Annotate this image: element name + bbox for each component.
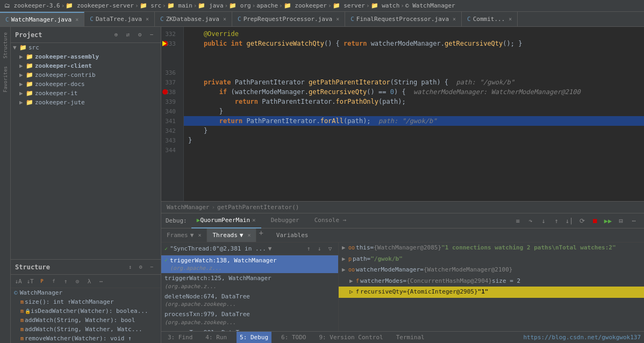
frames-down-icon[interactable]: ↓ bbox=[314, 244, 324, 254]
frames-close-icon[interactable]: × bbox=[198, 232, 201, 238]
status-tab-find[interactable]: 3: Find bbox=[164, 332, 196, 344]
frame-item-1[interactable]: triggerWatch:125, WatchManager (org.apac… bbox=[161, 273, 338, 291]
frame-item-3[interactable]: processTxn:979, DataTree (org.apache.zoo… bbox=[161, 309, 338, 327]
debug-settings-icon[interactable]: ≡ bbox=[512, 215, 524, 227]
line-num-337: 337 bbox=[161, 77, 179, 87]
tree-item-it[interactable]: ▶ 📁 zookeeper-it bbox=[11, 89, 161, 98]
structure-close-icon[interactable]: − bbox=[147, 262, 156, 272]
structure-gear-icon[interactable]: ⚙ bbox=[136, 262, 146, 272]
tree-item-docs[interactable]: ▶ 📁 zookeeper-docs bbox=[11, 80, 161, 89]
var-item-recursiveqty[interactable]: ▷ f recursiveQty = {AtomicInteger@2905} … bbox=[339, 287, 644, 298]
tree-item-assembly[interactable]: ▶ 📁 zookeeper-assembly bbox=[11, 52, 161, 61]
debug-more-icon[interactable]: ⋯ bbox=[628, 215, 640, 227]
add-debug-pane-button[interactable]: + bbox=[259, 228, 263, 242]
tab-close-icon[interactable]: × bbox=[453, 16, 456, 22]
tab-finalrequest[interactable]: C FinalRequestProcessor.java × bbox=[345, 12, 462, 26]
tree-item-jute[interactable]: ▶ 📁 zookeeper-jute bbox=[11, 98, 161, 107]
tree-item-client[interactable]: ▶ 📁 zookeeper-client bbox=[11, 61, 161, 70]
filter-public-icon[interactable]: P bbox=[37, 276, 47, 287]
var-type: {AtomicInteger@2905} bbox=[406, 288, 477, 297]
frame-item-4[interactable]: processTxn:901, DataTree (org.apache.zoo… bbox=[161, 327, 338, 331]
var-item-watchermanager[interactable]: ▶ oo watcherModeManager = {WatcherModeMa… bbox=[339, 265, 644, 276]
status-tab-todo[interactable]: 6: TODO bbox=[278, 332, 309, 344]
tab-close-icon[interactable]: × bbox=[223, 16, 226, 22]
structure-sort-icon[interactable]: ↕ bbox=[125, 262, 135, 272]
filter-fields-icon[interactable]: f bbox=[48, 276, 59, 287]
var-item-this[interactable]: ▶ oo this = {WatchManager@2085} "1 conne… bbox=[339, 242, 644, 254]
debug-tab-console[interactable]: Console → bbox=[309, 213, 352, 228]
tab-close-icon[interactable]: × bbox=[509, 16, 512, 22]
frames-subtab[interactable]: Frames ▼ × bbox=[161, 228, 207, 242]
frame-item-2[interactable]: deleteNode:674, DataTree (org.apache.zoo… bbox=[161, 291, 338, 309]
frame-item-0[interactable]: ✓ triggerWatch:138, WatchManager (org.ap… bbox=[161, 255, 338, 273]
debug-resume-icon[interactable]: ▶▶ bbox=[602, 215, 614, 227]
run-icon: ▶ bbox=[197, 217, 201, 224]
thread-dropdown-icon[interactable]: ▼ bbox=[268, 245, 272, 252]
var-expand-icon[interactable]: ▶ bbox=[342, 266, 348, 275]
status-tab-label: 6: TODO bbox=[281, 334, 306, 341]
thread-selector-header: ✓ "SyncThread:0"@2,381 in ... ▼ ↑ ↓ ▽ bbox=[161, 242, 338, 255]
struct-item-removewatcher[interactable]: m removeWatcher(Watcher): void ↑ bbox=[11, 334, 161, 343]
thread-selector-label[interactable]: "SyncThread:0"@2,381 in ... bbox=[170, 245, 266, 252]
sort-alpha-icon[interactable]: ↓A bbox=[13, 276, 24, 287]
debug-step-out-icon[interactable]: ↑ bbox=[550, 215, 562, 227]
sort-type-icon[interactable]: ↓T bbox=[25, 276, 35, 287]
debug-step-into-icon[interactable]: ↓ bbox=[538, 215, 549, 227]
debug-tab-debugger[interactable]: Debugger bbox=[266, 213, 305, 228]
threads-dropdown-icon: ▼ bbox=[240, 232, 244, 239]
threads-subtab[interactable]: Threads ▼ × bbox=[207, 228, 256, 242]
structure-panel: Structure ↕ ⚙ − ↓A ↓T P f ↑ ⊙ λ ⋯ © bbox=[11, 259, 161, 343]
struct-item-size[interactable]: m size(): int ↑WatchManager bbox=[11, 297, 161, 306]
var-expand-icon[interactable]: ▶ bbox=[342, 255, 348, 264]
sidebar-gear-icon[interactable]: ⚙ bbox=[135, 30, 145, 40]
status-tab-terminal[interactable]: Terminal bbox=[393, 332, 428, 344]
var-expand-icon[interactable]: ▶ bbox=[342, 244, 348, 253]
sidebar-close-icon[interactable]: − bbox=[147, 30, 156, 40]
filter-anon-icon[interactable]: ⊙ bbox=[72, 276, 83, 287]
var-item-watchermodes[interactable]: ▶ f watcherModes = {ConcurrentHashMap@29… bbox=[339, 276, 644, 287]
struct-item-isdead[interactable]: m 🔒 isDeadWatcher(Watcher): boolea... bbox=[11, 306, 161, 316]
code-editor[interactable]: 332 333 336 337 338 339 340 341 342 3 bbox=[161, 27, 644, 201]
filter-more-icon[interactable]: ⋯ bbox=[96, 276, 106, 287]
folder-icon: 📁 bbox=[26, 72, 33, 78]
tab-close-icon[interactable]: × bbox=[336, 16, 339, 22]
debug-step-over-icon[interactable]: ↷ bbox=[525, 215, 536, 227]
tab-datatree[interactable]: C DataTree.java × bbox=[84, 12, 155, 26]
sidebar-sync-icon[interactable]: ⇄ bbox=[123, 30, 133, 40]
tab-preprequest[interactable]: C PrepRequestProcessor.java × bbox=[232, 12, 345, 26]
struct-item-addwatch2[interactable]: m addWatch(String, Watcher, Watc... bbox=[11, 325, 161, 334]
threads-close-icon[interactable]: × bbox=[247, 232, 251, 238]
frames-up-icon[interactable]: ↑ bbox=[304, 244, 313, 254]
status-tab-run[interactable]: 4: Run bbox=[202, 332, 230, 344]
tree-item-contrib[interactable]: ▶ 📁 zookeeper-contrib bbox=[11, 70, 161, 80]
filter-lambda-icon[interactable]: λ bbox=[84, 276, 95, 287]
debug-panel: Debug: ▶ QuorumPeerMain × Debugger Conso… bbox=[161, 213, 644, 331]
tab-close-icon[interactable]: × bbox=[75, 17, 78, 23]
tab-close-icon[interactable]: × bbox=[146, 16, 149, 22]
debug-session-tab[interactable]: ▶ QuorumPeerMain × bbox=[191, 213, 261, 228]
left-vertical-tabs: Structure Favorites bbox=[0, 27, 11, 343]
debug-layout-icon[interactable]: ⊟ bbox=[615, 215, 627, 227]
tab-zkdatabase[interactable]: C ZKDatabase.java × bbox=[155, 12, 232, 26]
filter-inherited-icon[interactable]: ↑ bbox=[60, 276, 71, 287]
struct-item-label: size(): int ↑WatchManager bbox=[25, 298, 114, 305]
tab-commit[interactable]: C Commit... × bbox=[462, 12, 518, 26]
tab-watchmanager[interactable]: C WatchManager.java × bbox=[0, 12, 84, 26]
frames-filter-icon[interactable]: ▽ bbox=[325, 244, 335, 254]
var-expand-icon[interactable]: ▶ bbox=[349, 277, 356, 286]
debug-stop-icon[interactable]: ⏹ bbox=[589, 215, 601, 227]
sidebar-add-icon[interactable]: ⊕ bbox=[111, 30, 121, 40]
var-item-path[interactable]: ▶ p path = "/gwok/b" bbox=[339, 254, 644, 265]
debug-evaluate-icon[interactable]: ⟳ bbox=[576, 215, 588, 227]
debug-session-close[interactable]: × bbox=[252, 217, 256, 224]
debug-run-cursor-icon[interactable]: ↓| bbox=[563, 215, 575, 227]
vtab-favorites[interactable]: Favorites bbox=[2, 63, 9, 96]
tree-item-src[interactable]: ▼ 📁 src bbox=[11, 43, 161, 52]
status-tab-vcs[interactable]: 9: Version Control bbox=[316, 332, 386, 344]
tab-label: PrepRequestProcessor.java bbox=[244, 16, 333, 23]
code-content[interactable]: @Override public int getRecursiveWatchQt… bbox=[184, 27, 644, 201]
status-tab-debug[interactable]: 5: Debug bbox=[237, 332, 271, 344]
var-expand-icon[interactable]: ▷ bbox=[349, 288, 356, 297]
struct-item-addwatch1[interactable]: m addWatch(String, Watcher): bool bbox=[11, 316, 161, 325]
vtab-structure[interactable]: Structure bbox=[2, 29, 9, 62]
